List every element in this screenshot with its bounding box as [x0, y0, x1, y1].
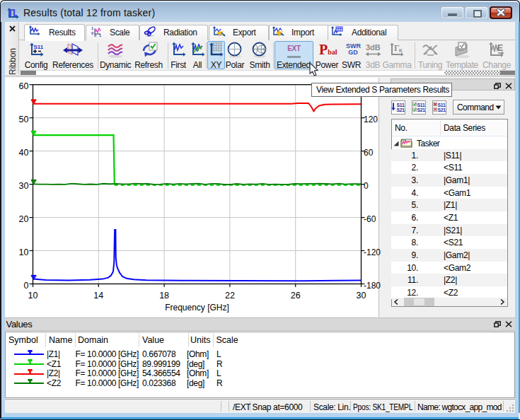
- svg-text:60: 60: [364, 148, 374, 158]
- svg-text:S11: S11: [397, 103, 405, 107]
- svg-text:30: 30: [357, 291, 366, 301]
- svg-text:0: 0: [91, 31, 93, 35]
- svg-text:1: 1: [91, 26, 93, 30]
- svg-text:S21: S21: [397, 107, 405, 112]
- svg-text:S21: S21: [417, 107, 426, 112]
- svg-text:S21: S21: [438, 107, 446, 112]
- svg-text:10: 10: [19, 247, 29, 257]
- svg-text:3dB: 3dB: [366, 43, 381, 52]
- svg-text:E: E: [497, 43, 503, 53]
- svg-text:-180: -180: [364, 281, 381, 291]
- svg-text:10: 10: [28, 291, 38, 301]
- svg-text:0: 0: [364, 181, 369, 191]
- svg-text:S11: S11: [34, 44, 44, 50]
- svg-text:30: 30: [19, 181, 29, 191]
- svg-text:22: 22: [225, 291, 235, 301]
- svg-text:-60: -60: [364, 214, 376, 224]
- svg-text:0: 0: [24, 281, 29, 291]
- svg-text:S11: S11: [438, 103, 446, 107]
- svg-text:Frequency [GHz]: Frequency [GHz]: [165, 303, 229, 313]
- svg-text:-120: -120: [364, 247, 381, 257]
- svg-text:18: 18: [159, 291, 169, 301]
- svg-text:120: 120: [364, 115, 378, 124]
- svg-text:K: K: [399, 48, 403, 53]
- svg-text:20: 20: [19, 214, 29, 224]
- svg-text:26: 26: [291, 291, 301, 301]
- svg-text:S11: S11: [417, 103, 425, 107]
- svg-text:40: 40: [19, 148, 29, 158]
- svg-text:50: 50: [19, 115, 29, 124]
- svg-text:60: 60: [19, 81, 29, 91]
- svg-text:14: 14: [93, 291, 103, 301]
